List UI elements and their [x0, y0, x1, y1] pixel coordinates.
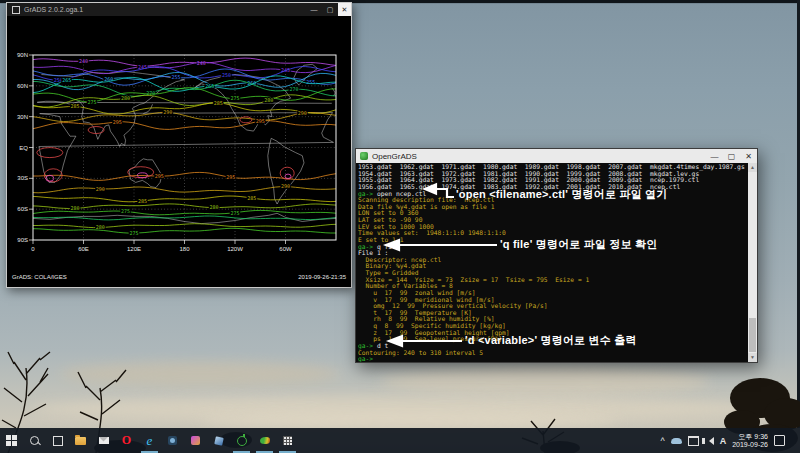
svg-text:30N: 30N [17, 114, 28, 120]
clock-time: 오후 9:36 [738, 433, 768, 440]
svg-text:295: 295 [256, 118, 265, 124]
photos-icon [168, 436, 177, 445]
file-explorer-button[interactable] [69, 428, 92, 453]
clock-date: 2019-09-26 [732, 441, 768, 448]
opengrads-taskbar-button[interactable] [230, 428, 253, 453]
windows-logo-icon [6, 435, 17, 446]
svg-text:265: 265 [62, 77, 71, 83]
annotation-qfile-command: 'q file' 명령어로 파일 정보 확인 [500, 237, 658, 252]
taskbar-search-button[interactable] [23, 428, 46, 453]
svg-text:295: 295 [113, 119, 122, 125]
svg-text:60E: 60E [78, 246, 89, 252]
opera-icon: O [122, 433, 131, 448]
svg-text:90S: 90S [17, 237, 28, 243]
svg-text:275: 275 [121, 208, 130, 214]
terminal-line: ga-> [358, 356, 748, 362]
game-app-button[interactable] [184, 428, 207, 453]
svg-text:280: 280 [209, 204, 218, 210]
scroll-up-arrow-icon[interactable]: ▲ [748, 163, 757, 172]
terminal-line: Contouring: 240 to 310 interval 5 [358, 350, 748, 357]
svg-text:EQ: EQ [19, 145, 28, 151]
opengrads-terminal-window: OpenGrADS — ▢ ✕ 1953.gdat 1962.gdat 1971… [355, 148, 758, 363]
svg-text:120W: 120W [227, 246, 243, 252]
network-icon[interactable] [688, 436, 699, 446]
svg-text:280: 280 [96, 224, 105, 230]
svg-text:290: 290 [281, 183, 290, 189]
glass-app-button[interactable] [207, 428, 230, 453]
grads-window-title: GrADS 2.0.2.oga.1 [24, 6, 306, 13]
start-button[interactable] [0, 428, 23, 453]
svg-text:240: 240 [79, 58, 88, 64]
svg-text:275: 275 [230, 95, 239, 101]
scrollbar-thumb[interactable] [749, 318, 756, 352]
maximize-button[interactable]: ▢ [723, 149, 740, 163]
maximize-button[interactable]: ▢ [322, 3, 338, 16]
task-view-button[interactable] [46, 428, 69, 453]
svg-text:290: 290 [298, 110, 307, 116]
svg-text:285: 285 [138, 198, 147, 204]
terminal-line: Time values set: 1948:1:1:0 1948:1:1:0 [358, 230, 748, 237]
svg-text:60W: 60W [279, 246, 292, 252]
svg-text:275: 275 [87, 99, 96, 105]
glass-app-icon [214, 436, 223, 445]
game-app-icon [191, 436, 200, 445]
opengrads-icon [237, 436, 247, 446]
folder-icon [75, 437, 86, 445]
svg-text:60N: 60N [17, 83, 28, 89]
task-view-icon [53, 436, 63, 446]
close-button[interactable]: ✕ [338, 3, 351, 16]
svg-text:285: 285 [71, 103, 80, 109]
search-icon [30, 436, 39, 445]
photos-button[interactable] [161, 428, 184, 453]
svg-text:280: 280 [264, 97, 273, 103]
terminal-titlebar[interactable]: OpenGrADS — ▢ ✕ [356, 149, 757, 163]
svg-text:275: 275 [129, 230, 138, 236]
tray-overflow-chevron[interactable]: ^ [660, 436, 664, 446]
svg-text:285: 285 [214, 100, 223, 106]
svg-text:280: 280 [71, 205, 80, 211]
svg-text:270: 270 [146, 90, 155, 96]
svg-text:180: 180 [179, 246, 190, 252]
svg-text:250: 250 [222, 72, 231, 78]
system-tray: ^ A 오후 9:36 2019-09-26 [660, 428, 800, 453]
taskbar: O e ^ A 오후 9:36 2019-09-26 [0, 428, 800, 453]
terminal-scrollbar[interactable]: ▲ ▼ [748, 163, 757, 362]
grads-parrot-icon [260, 437, 270, 444]
ime-indicator[interactable]: A [720, 436, 727, 446]
svg-text:30S: 30S [17, 175, 28, 181]
internet-explorer-button[interactable]: e [138, 428, 161, 453]
svg-text:295: 295 [226, 174, 235, 180]
taskbar-clock[interactable]: 오후 9:36 2019-09-26 [732, 433, 768, 449]
annotation-open-command: 'open <filename>.ctl' 명령어로 파일 열기 [456, 187, 668, 202]
scroll-down-arrow-icon[interactable]: ▼ [748, 353, 757, 362]
grads-window-titlebar[interactable]: GrADS 2.0.2.oga.1 — ▢ ✕ [7, 3, 351, 16]
svg-text:120E: 120E [127, 246, 141, 252]
internet-explorer-icon: e [147, 433, 153, 449]
svg-text:0: 0 [31, 246, 35, 252]
close-button[interactable]: ✕ [740, 149, 757, 163]
svg-text:GrADS: COLA/IGES: GrADS: COLA/IGES [12, 274, 67, 280]
terminal-title: OpenGrADS [372, 152, 706, 161]
opera-button[interactable]: O [115, 428, 138, 453]
grads-display-window-button[interactable] [276, 428, 299, 453]
minimize-button[interactable]: — [306, 3, 322, 16]
onedrive-cloud-icon[interactable] [671, 438, 682, 444]
grads-taskbar-button[interactable] [253, 428, 276, 453]
volume-icon[interactable] [705, 437, 714, 445]
svg-text:290: 290 [96, 186, 105, 192]
mail-button[interactable] [92, 428, 115, 453]
action-center-button[interactable] [774, 435, 785, 446]
svg-text:290: 290 [163, 109, 172, 115]
svg-text:270: 270 [289, 86, 298, 92]
grads-map-window: GrADS 2.0.2.oga.1 — ▢ ✕ 2402402452452502… [6, 2, 352, 288]
svg-text:2019-09-26-21:35: 2019-09-26-21:35 [298, 274, 346, 280]
minimize-button[interactable]: — [706, 149, 723, 163]
mail-icon [99, 437, 109, 444]
x11-window-icon [283, 436, 292, 445]
svg-text:60S: 60S [17, 206, 28, 212]
opengrads-icon [360, 152, 368, 160]
svg-text:275: 275 [230, 210, 239, 216]
grads-window-icon [12, 6, 20, 14]
svg-text:285: 285 [247, 195, 256, 201]
annotation-display-command: 'd <variable>' 명령어로 변수 출력 [465, 333, 637, 348]
